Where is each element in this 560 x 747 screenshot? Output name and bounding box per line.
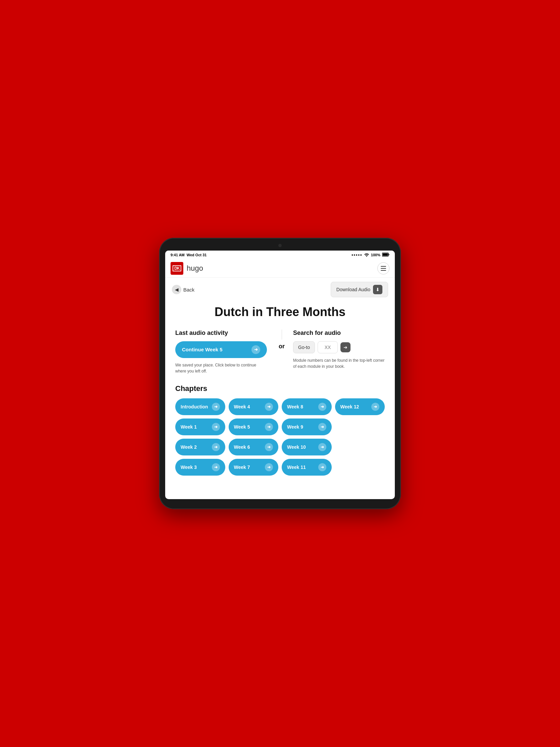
saved-place-text: We saved your place. Click below to cont… (175, 362, 267, 374)
chapter-week7[interactable]: Week 7 ➜ (229, 459, 279, 475)
chapter-arrow-icon: ➜ (265, 463, 273, 471)
chapter-arrow-icon: ➜ (212, 443, 220, 451)
tablet-device: 9:41 AM Wed Oct 31 ●●●●● 100% DK hugo (159, 238, 401, 509)
last-audio-activity: Last audio activity Continue Week 5 ➜ We… (175, 330, 277, 374)
status-bar-right: ●●●●● 100% (351, 253, 390, 257)
chapter-arrow-icon: ➜ (318, 423, 326, 431)
chapter-week12[interactable]: Week 12 ➜ (335, 398, 385, 415)
chapter-label: Week 9 (287, 424, 303, 430)
app-bar: DK hugo (165, 259, 395, 278)
continue-week5-button[interactable]: Continue Week 5 ➜ (175, 341, 267, 358)
app-title: hugo (187, 264, 377, 273)
status-bar-left: 9:41 AM Wed Oct 31 (170, 253, 207, 257)
download-label: Download Audio (337, 287, 370, 292)
chapters-section: Chapters Introduction ➜ Week 4 ➜ Week 8 … (175, 384, 385, 475)
chapter-empty-2 (335, 439, 385, 456)
nav-bar: ◀ Back Download Audio ⬇ (165, 278, 395, 301)
chapter-arrow-icon: ➜ (212, 463, 220, 471)
status-bar: 9:41 AM Wed Oct 31 ●●●●● 100% (165, 251, 395, 259)
chapter-week8[interactable]: Week 8 ➜ (282, 398, 332, 415)
chapter-label: Week 8 (287, 404, 303, 409)
back-label: Back (183, 287, 194, 292)
chapter-label: Week 11 (287, 465, 306, 470)
signal-dots: ●●●●● (351, 253, 362, 257)
time: 9:41 AM (170, 253, 185, 257)
chapter-week3[interactable]: Week 3 ➜ (175, 459, 225, 475)
chapter-week4[interactable]: Week 4 ➜ (229, 398, 279, 415)
back-button[interactable]: ◀ Back (172, 285, 194, 294)
wifi-icon (364, 253, 369, 257)
chapter-label: Week 6 (234, 444, 250, 450)
book-title: Dutch in Three Months (175, 305, 385, 319)
chapter-arrow-icon: ➜ (318, 403, 326, 411)
chapter-label: Week 2 (181, 444, 197, 450)
chapter-label: Week 4 (234, 404, 250, 409)
dk-logo: DK (170, 262, 183, 275)
continue-label: Continue Week 5 (182, 346, 222, 352)
svg-rect-2 (389, 254, 390, 255)
chapter-arrow-icon: ➜ (265, 423, 273, 431)
chapter-week11[interactable]: Week 11 ➜ (282, 459, 332, 475)
battery-percent: 100% (371, 253, 380, 257)
or-label: or (279, 340, 285, 353)
audio-section: Last audio activity Continue Week 5 ➜ We… (175, 330, 385, 374)
chapters-title: Chapters (175, 384, 385, 393)
chapter-label: Week 3 (181, 465, 197, 470)
or-divider: or (277, 330, 286, 353)
search-audio: Search for audio Go-to ➜ Module numbers … (286, 330, 385, 369)
go-to-label: Go-to (293, 341, 315, 353)
menu-line-1 (381, 266, 386, 267)
bottom-spacer (165, 486, 395, 499)
main-content: Dutch in Three Months Last audio activit… (165, 301, 395, 485)
chapter-week1[interactable]: Week 1 ➜ (175, 418, 225, 435)
chapter-arrow-icon: ➜ (371, 403, 379, 411)
menu-line-2 (381, 268, 386, 269)
go-to-row: Go-to ➜ (293, 341, 385, 353)
search-title: Search for audio (293, 330, 385, 337)
back-icon: ◀ (172, 285, 181, 294)
chapter-label: Introduction (181, 404, 208, 409)
chapter-introduction[interactable]: Introduction ➜ (175, 398, 225, 415)
svg-rect-1 (383, 254, 388, 256)
chapter-arrow-icon: ➜ (265, 443, 273, 451)
dk-logo-text: DK (172, 265, 181, 272)
menu-button[interactable] (377, 262, 390, 275)
battery-icon (382, 253, 390, 257)
chapter-label: Week 12 (341, 404, 359, 409)
chapter-label: Week 1 (181, 424, 197, 430)
chapter-label: Week 10 (287, 444, 306, 450)
chapters-grid: Introduction ➜ Week 4 ➜ Week 8 ➜ Week 12… (175, 398, 385, 475)
chapter-arrow-icon: ➜ (212, 423, 220, 431)
divider-top (282, 330, 282, 340)
date: Wed Oct 31 (187, 253, 207, 257)
go-to-input[interactable] (318, 341, 338, 353)
chapter-arrow-icon: ➜ (318, 463, 326, 471)
chapter-arrow-icon: ➜ (212, 403, 220, 411)
module-hint-text: Module numbers can be found in the top-l… (293, 357, 385, 369)
chapter-label: Week 5 (234, 424, 250, 430)
camera (278, 244, 282, 247)
download-audio-button[interactable]: Download Audio ⬇ (331, 282, 388, 297)
chapter-week5[interactable]: Week 5 ➜ (229, 418, 279, 435)
chapter-arrow-icon: ➜ (265, 403, 273, 411)
chapter-arrow-icon: ➜ (318, 443, 326, 451)
menu-line-3 (381, 270, 386, 271)
chapter-week6[interactable]: Week 6 ➜ (229, 439, 279, 456)
chapter-week10[interactable]: Week 10 ➜ (282, 439, 332, 456)
chapter-week9[interactable]: Week 9 ➜ (282, 418, 332, 435)
chapter-empty-3 (335, 459, 385, 475)
go-to-arrow-button[interactable]: ➜ (341, 342, 350, 352)
continue-arrow-icon: ➜ (251, 345, 260, 354)
chapter-empty-1 (335, 418, 385, 435)
tablet-bottom (165, 499, 395, 503)
chapter-label: Week 7 (234, 465, 250, 470)
last-activity-title: Last audio activity (175, 330, 267, 337)
chapter-week2[interactable]: Week 2 ➜ (175, 439, 225, 456)
download-icon: ⬇ (373, 285, 382, 294)
tablet-screen: 9:41 AM Wed Oct 31 ●●●●● 100% DK hugo (165, 251, 395, 499)
